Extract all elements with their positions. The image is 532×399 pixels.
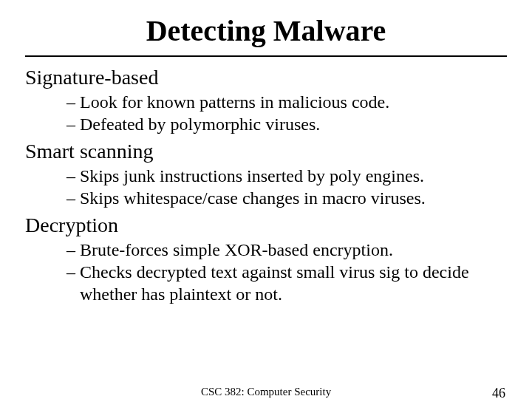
- bullet-text: Defeated by polymorphic viruses.: [80, 115, 320, 134]
- slide: Detecting Malware Signature-based – Look…: [0, 0, 532, 399]
- bullet-item: – Skips whitespace/case changes in macro…: [66, 187, 507, 209]
- bullet-text: Skips junk instructions inserted by poly…: [80, 166, 424, 185]
- bullet-item: – Brute-forces simple XOR-based encrypti…: [66, 239, 507, 261]
- dash-icon: –: [66, 240, 80, 259]
- dash-icon: –: [66, 92, 80, 112]
- title-rule: [25, 55, 507, 57]
- bullet-item: – Defeated by polymorphic viruses.: [66, 113, 507, 135]
- section-heading: Signature-based: [25, 66, 507, 89]
- dash-icon: –: [66, 115, 80, 134]
- bullet-item: – Look for known patterns in malicious c…: [66, 91, 507, 113]
- bullet-text: Look for known patterns in malicious cod…: [80, 92, 389, 112]
- dash-icon: –: [66, 166, 80, 185]
- dash-icon: –: [66, 262, 80, 282]
- bullet-item: – Checks decrypted text against small vi…: [66, 261, 507, 305]
- section-heading: Smart scanning: [25, 140, 507, 163]
- bullet-list: – Look for known patterns in malicious c…: [66, 91, 507, 135]
- dash-icon: –: [66, 188, 80, 208]
- slide-title: Detecting Malware: [25, 13, 507, 48]
- bullet-item: – Skips junk instructions inserted by po…: [66, 165, 507, 187]
- footer-page-number: 46: [492, 386, 505, 399]
- bullet-text: Checks decrypted text against small viru…: [80, 262, 469, 304]
- section-heading: Decryption: [25, 214, 507, 237]
- footer-course: CSC 382: Computer Security: [0, 386, 532, 398]
- bullet-text: Brute-forces simple XOR-based encryption…: [80, 240, 393, 259]
- bullet-text: Skips whitespace/case changes in macro v…: [80, 188, 426, 208]
- bullet-list: – Brute-forces simple XOR-based encrypti…: [66, 239, 507, 305]
- bullet-list: – Skips junk instructions inserted by po…: [66, 165, 507, 209]
